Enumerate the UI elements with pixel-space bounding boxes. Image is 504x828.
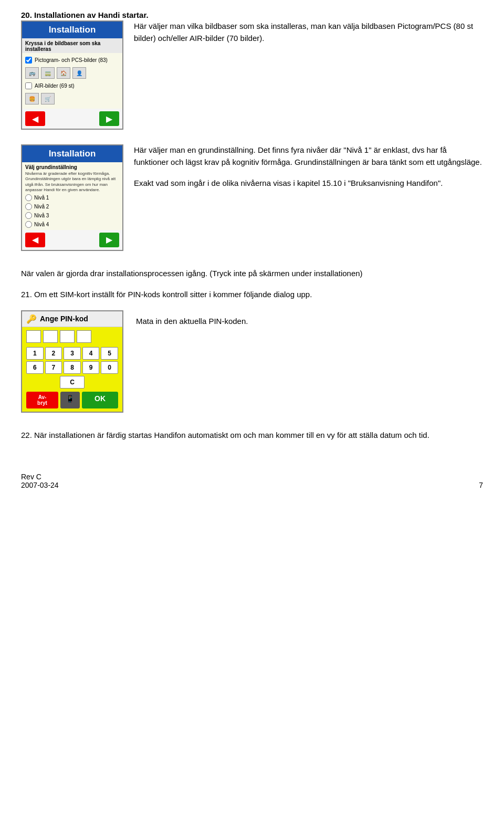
pin-key-6[interactable]: 6 [26, 361, 44, 374]
pin-body: 1 2 3 4 5 6 7 8 9 0 C Av-bryt 📱 OK [22, 327, 122, 412]
install-nav-1: ◀ ▶ [22, 109, 122, 129]
option-pictogram-checkbox[interactable] [25, 57, 32, 64]
radio-row-3: Nivå 3 [25, 211, 119, 220]
icon-person: 👤 [72, 67, 86, 79]
radio-niva4[interactable] [25, 221, 32, 228]
section-21-heading: 21. Om ett SIM-kort inställt för PIN-kod… [21, 289, 483, 301]
text-col-2: Här väljer man en grundinställning. Det … [134, 144, 483, 190]
next-arrow-1[interactable]: ▶ [99, 111, 119, 126]
install-title-2: Installation [22, 145, 122, 162]
pin-title-text: Ange PIN-kod [40, 315, 88, 323]
section-between: När valen är gjorda drar installationspr… [21, 268, 483, 280]
page-footer: Rev C 2007-03-24 7 [21, 473, 483, 489]
back-arrow-2[interactable]: ◀ [25, 233, 45, 247]
option-air-label: AIR-bilder (69 st) [35, 83, 75, 89]
install-subtitle-1: Kryssa i de bildbaser som ska installera… [22, 38, 122, 53]
option-pictogram-label: Pictogram- och PCS-bilder (83) [35, 57, 108, 63]
footer-left: Rev C 2007-03-24 [21, 473, 59, 489]
radio-row-2: Nivå 2 [25, 202, 119, 211]
radio-niva1[interactable] [25, 194, 32, 201]
pin-title-bar: 🔑 Ange PIN-kod [22, 311, 122, 327]
key-icon: 🔑 [26, 314, 37, 324]
pin-box-1 [26, 330, 41, 343]
install-screen-2: Installation Välj grundinställning Nivåe… [21, 144, 123, 251]
option-air-checkbox[interactable] [25, 82, 32, 89]
pictogram-icons: 🚌 🚃 🏠 👤 [25, 65, 119, 81]
pin-numpad: 1 2 3 4 5 6 7 8 9 0 [26, 347, 118, 374]
pin-clear-row: C [26, 376, 118, 389]
footer-rev: Rev C [21, 473, 59, 481]
icon-cart: 🛒 [41, 93, 55, 104]
pin-box-2 [43, 330, 58, 343]
pin-instruction: Mata in den aktuella PIN-koden. [136, 316, 483, 328]
footer-page-num: 7 [479, 481, 483, 489]
radio-label-1: Nivå 1 [34, 195, 49, 201]
pin-key-4[interactable]: 4 [82, 347, 100, 360]
pin-key-7[interactable]: 7 [45, 361, 62, 374]
pin-key-9[interactable]: 9 [82, 361, 100, 374]
section2-text: Här väljer man en grundinställning. Det … [134, 144, 483, 168]
pin-dialog: 🔑 Ange PIN-kod 1 2 3 4 5 6 7 8 9 0 [21, 310, 123, 413]
section1-text: Här väljer man vilka bildbaser som ska i… [134, 20, 483, 44]
option-air-row: AIR-bilder (69 st) [25, 81, 119, 91]
next-arrow-2[interactable]: ▶ [99, 233, 119, 247]
radio-row-4: Nivå 4 [25, 220, 119, 229]
section2-text2: Exakt vad som ingår i de olika nivåerna … [134, 177, 483, 190]
pin-nav-row: Av-bryt 📱 OK [26, 392, 118, 408]
pin-text-col: Mata in den aktuella PIN-koden. [136, 310, 483, 328]
pin-cancel-button[interactable]: Av-bryt [26, 392, 58, 408]
icon-house: 🏠 [57, 67, 70, 79]
pin-ok-button[interactable]: OK [82, 392, 118, 408]
radio-row-1: Nivå 1 [25, 193, 119, 202]
radio-label-3: Nivå 3 [34, 213, 49, 218]
air-icons: 🍔 🛒 [25, 91, 119, 107]
icon-food: 🍔 [25, 93, 39, 104]
pin-key-8[interactable]: 8 [64, 361, 81, 374]
install-title-1: Installation [22, 22, 122, 38]
icon-train: 🚃 [41, 67, 55, 79]
section-22: 22. När installationen är färdig startas… [21, 429, 483, 442]
pin-key-5[interactable]: 5 [101, 347, 118, 360]
radio-label-4: Nivå 4 [34, 222, 49, 227]
pin-clear-button[interactable]: C [60, 376, 85, 389]
pin-box-4 [77, 330, 91, 343]
heading-20: 20. Installationen av Handi startar. [21, 11, 483, 19]
install-sub-title-2: Välj grundinställning [25, 164, 119, 170]
pin-display-row [26, 330, 118, 343]
radio-niva2[interactable] [25, 203, 32, 210]
pin-key-1[interactable]: 1 [26, 347, 44, 360]
pin-key-2[interactable]: 2 [45, 347, 62, 360]
pin-key-0[interactable]: 0 [101, 361, 118, 374]
install-screen-1: Installation Kryssa i de bildbaser som s… [21, 20, 123, 130]
install-sub-desc-2: Nivåerna är graderade efter kognitiv för… [25, 171, 119, 193]
option-pictogram-row: Pictogram- och PCS-bilder (83) [25, 55, 119, 65]
text-col-1: Här väljer man vilka bildbaser som ska i… [134, 20, 483, 44]
radio-niva3[interactable] [25, 212, 32, 219]
pin-box-3 [60, 330, 75, 343]
back-arrow-1[interactable]: ◀ [25, 111, 45, 126]
pin-section: 🔑 Ange PIN-kod 1 2 3 4 5 6 7 8 9 0 [21, 310, 483, 413]
install-nav-2: ◀ ▶ [22, 230, 122, 250]
radio-label-2: Nivå 2 [34, 204, 49, 209]
footer-date: 2007-03-24 [21, 481, 59, 489]
pin-phone-button[interactable]: 📱 [60, 392, 80, 408]
pin-key-3[interactable]: 3 [64, 347, 81, 360]
icon-bus: 🚌 [25, 67, 39, 79]
